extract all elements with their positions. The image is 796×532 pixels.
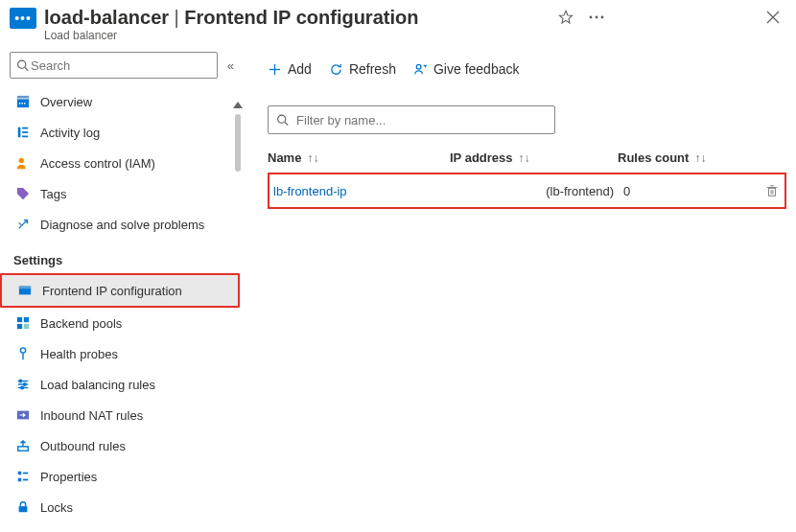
column-rules[interactable]: Rules count↑↓ [618,150,786,165]
collapse-sidebar-button[interactable]: « [225,58,236,73]
sidebar-item-inbound-nat[interactable]: Inbound NAT rules [0,400,240,430]
svg-rect-36 [23,473,28,474]
column-name[interactable]: Name↑↓ [268,150,450,165]
sidebar-item-label: Activity log [40,126,100,140]
sidebar-item-backend-pools[interactable]: Backend pools [0,308,240,338]
svg-point-12 [24,103,26,104]
tags-icon [15,186,31,201]
sidebar-item-label: Diagnose and solve problems [40,218,204,232]
svg-rect-16 [22,136,28,138]
favorite-button[interactable] [556,8,575,27]
sort-icon: ↑↓ [519,151,530,165]
svg-rect-22 [17,324,22,329]
sidebar-item-activity-log[interactable]: Activity log [0,117,240,148]
refresh-icon [329,62,343,77]
sidebar-item-label: Overview [40,95,92,109]
table-row[interactable]: lb-frontend-ip (lb-frontend) 0 [269,174,784,207]
cell-name: lb-frontend-ip [273,184,456,198]
sidebar-item-label: Load balancing rules [40,378,155,392]
svg-rect-21 [24,317,29,322]
sidebar-item-health-probes[interactable]: Health probes [0,338,240,369]
close-button[interactable] [763,8,783,27]
lb-rules-icon [15,377,31,392]
delete-row-button[interactable] [765,184,781,197]
refresh-button[interactable]: Refresh [329,61,396,77]
frontend-ip-icon [17,283,33,298]
sidebar-item-lb-rules[interactable]: Load balancing rules [0,369,240,400]
sidebar-search-input[interactable] [29,58,211,74]
cell-rules: 0 [623,184,765,198]
svg-rect-35 [18,478,22,482]
search-icon [16,58,29,72]
load-balancer-icon: ••• [10,8,36,29]
inbound-nat-icon [15,407,31,423]
sidebar-item-diagnose[interactable]: Diagnose and solve problems [0,209,240,240]
backend-pools-icon [15,315,31,331]
svg-rect-44 [769,188,776,196]
sidebar-item-overview[interactable]: Overview [0,86,240,117]
access-control-icon [15,155,31,171]
svg-marker-0 [559,11,572,23]
svg-point-11 [21,103,23,104]
sidebar-item-label: Frontend IP configuration [42,284,182,298]
search-icon [276,113,289,127]
add-button[interactable]: Add [268,61,312,77]
highlight-table-row: lb-frontend-ip (lb-frontend) 0 [268,173,786,209]
svg-line-43 [285,122,288,125]
scroll-up-icon [233,102,243,108]
sidebar-item-access-control[interactable]: Access control (IAM) [0,148,240,178]
sidebar: « Overview Activity log Access control (… [0,48,245,532]
locks-icon [15,499,31,515]
sidebar-item-outbound-rules[interactable]: Outbound rules [0,430,240,461]
scroll-thumb[interactable] [235,114,241,172]
sidebar-item-label: Health probes [40,347,118,361]
frontend-ip-link[interactable]: lb-frontend-ip [273,184,347,198]
svg-rect-20 [17,317,22,322]
more-button[interactable] [587,8,606,27]
sidebar-item-label: Inbound NAT rules [40,408,143,423]
svg-rect-34 [18,472,22,475]
toolbar-label: Give feedback [433,61,520,77]
svg-point-6 [18,60,26,68]
sidebar-item-locks[interactable]: Locks [0,492,240,522]
svg-point-24 [20,348,25,353]
filter-input[interactable] [294,112,547,128]
sidebar-item-properties[interactable]: Properties [0,461,240,492]
toolbar-label: Refresh [349,61,396,77]
svg-rect-23 [24,324,29,329]
frontend-ip-table: Name↑↓ IP address↑↓ Rules count↑↓ lb-fro… [268,144,786,209]
feedback-icon [413,62,428,77]
main-content: Add Refresh Give feedback Name↑↓ IP [245,48,796,532]
filter-box[interactable] [268,105,555,134]
activity-log-icon [15,125,31,140]
sidebar-item-label: Backend pools [40,316,122,331]
svg-rect-15 [22,131,28,133]
svg-line-7 [25,67,28,70]
health-probes-icon [15,346,31,361]
sort-icon: ↑↓ [694,151,706,165]
sidebar-item-label: Access control (IAM) [40,156,155,171]
sidebar-scrollbar[interactable] [232,102,244,532]
sidebar-nav: Overview Activity log Access control (IA… [0,86,244,522]
sidebar-item-label: Properties [40,470,97,484]
cell-ip: (lb-frontend) [456,184,623,198]
svg-point-31 [21,386,24,389]
plus-icon [268,62,282,77]
page-subtitle: Load balancer [44,29,556,42]
svg-rect-14 [22,127,28,129]
svg-point-2 [596,16,598,19]
sidebar-item-label: Locks [40,500,73,515]
column-ip[interactable]: IP address↑↓ [450,150,618,165]
highlight-frontend-ip: Frontend IP configuration [0,273,240,308]
sidebar-search[interactable] [10,52,218,79]
sidebar-item-label: Tags [40,187,66,201]
table-header: Name↑↓ IP address↑↓ Rules count↑↓ [268,144,786,171]
svg-point-41 [416,64,421,69]
sidebar-item-frontend-ip[interactable]: Frontend IP configuration [2,275,238,306]
svg-rect-38 [19,506,28,512]
outbound-rules-icon [15,438,31,453]
sidebar-item-tags[interactable]: Tags [0,178,240,209]
feedback-button[interactable]: Give feedback [413,61,520,77]
toolbar-label: Add [288,61,312,77]
properties-icon [15,469,31,484]
